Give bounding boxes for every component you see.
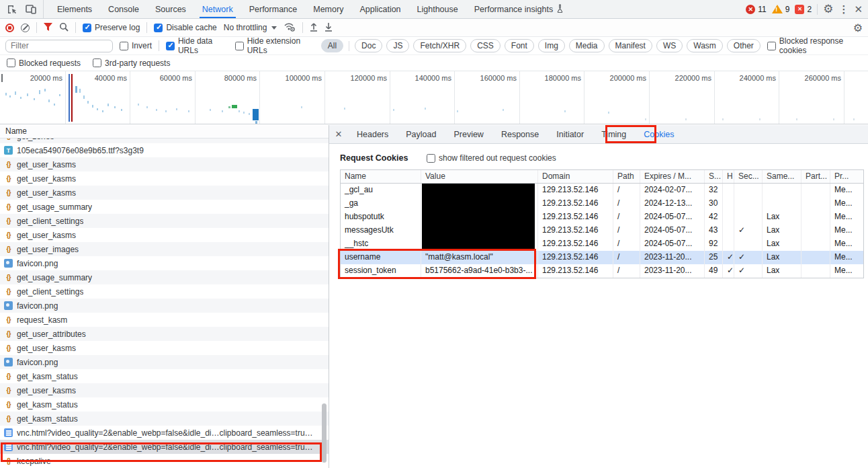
cookie-row-session_token[interactable]: session_tokenb5175662-a9ad-41e0-b3b3-...… xyxy=(341,264,863,278)
filter-pill-ws[interactable]: WS xyxy=(656,39,683,52)
blocked-response-cookies-checkbox[interactable]: Blocked response cookies xyxy=(767,36,863,55)
tab-performance[interactable]: Performance xyxy=(241,0,306,18)
tab-elements[interactable]: Elements xyxy=(49,0,100,18)
disable-cache-checkbox[interactable]: Disable cache xyxy=(154,23,216,32)
detail-tab-headers[interactable]: Headers xyxy=(348,125,397,143)
network-settings-gear-icon[interactable]: ⚙ xyxy=(853,22,863,34)
detail-tab-timing[interactable]: Timing xyxy=(593,125,635,143)
settings-gear-icon[interactable]: ⚙ xyxy=(823,2,833,16)
throttling-dropdown[interactable]: No throttling xyxy=(224,23,277,32)
column-header-partition[interactable]: Part... xyxy=(801,170,830,183)
cookie-row-username[interactable]: username"matt@kasm.local"129.213.52.146/… xyxy=(341,251,863,264)
name-column-header[interactable]: Name xyxy=(0,125,329,139)
request-row[interactable]: {}get_user_images xyxy=(0,242,329,256)
warning-badge[interactable]: 9 xyxy=(772,5,790,14)
error-badge[interactable]: ✕ 11 xyxy=(746,5,766,14)
filter-pill-js[interactable]: JS xyxy=(386,39,409,52)
request-row[interactable]: {}get_usage_summary xyxy=(0,200,329,214)
request-row[interactable]: {}request_kasm xyxy=(0,313,329,327)
column-header-size[interactable]: S... xyxy=(705,170,723,183)
cookie-row-__hstc[interactable]: __hstc129.213.52.146/2024-05-07...92LaxM… xyxy=(341,237,863,251)
detail-tab-preview[interactable]: Preview xyxy=(445,125,492,143)
column-header-value[interactable]: Value xyxy=(421,170,538,183)
detail-tab-response[interactable]: Response xyxy=(492,125,548,143)
device-toolbar-icon[interactable] xyxy=(23,1,39,17)
request-row[interactable]: vnc.html?video_quality=2&enable_webp=fal… xyxy=(0,440,329,454)
detail-tab-cookies[interactable]: Cookies xyxy=(635,125,683,143)
request-row[interactable]: {}get_user_kasms xyxy=(0,186,329,200)
network-conditions-icon[interactable] xyxy=(284,22,296,34)
cookie-row-messagesUtk[interactable]: messagesUtk129.213.52.146/2024-05-07...4… xyxy=(341,224,863,237)
filter-pill-font[interactable]: Font xyxy=(505,39,534,52)
request-list-scrollbar[interactable] xyxy=(322,403,327,463)
filter-pill-img[interactable]: Img xyxy=(538,39,565,52)
record-network-log-button[interactable] xyxy=(5,24,14,32)
blocked-requests-checkbox[interactable]: Blocked requests xyxy=(7,58,81,68)
tab-performance-insights[interactable]: Performance insights xyxy=(466,0,572,18)
tab-network[interactable]: Network xyxy=(194,0,241,18)
request-row[interactable]: {}get_kasm_status xyxy=(0,397,329,412)
request-row[interactable]: {}get_user_attributes xyxy=(0,327,329,341)
request-row[interactable]: {}get_kasm_status xyxy=(0,412,329,426)
cookie-row-hubspotutk[interactable]: hubspotutk129.213.52.146/2024-05-07...42… xyxy=(341,210,863,224)
filter-input[interactable] xyxy=(5,40,113,52)
hide-extension-urls-checkbox[interactable]: Hide extension URLs xyxy=(235,36,314,55)
search-icon[interactable] xyxy=(59,22,69,34)
preserve-log-checkbox[interactable]: Preserve log xyxy=(83,23,140,32)
import-har-icon[interactable] xyxy=(310,22,318,34)
request-row[interactable]: {}keepalive xyxy=(0,454,329,468)
cookie-row-_gcl_au[interactable]: _gcl_au129.213.52.146/2024-02-07...32Me.… xyxy=(341,184,863,197)
tab-sources[interactable]: Sources xyxy=(147,0,194,18)
tab-application[interactable]: Application xyxy=(351,0,408,18)
request-row[interactable]: favicon.png xyxy=(0,299,329,313)
tab-lighthouse[interactable]: Lighthouse xyxy=(409,0,466,18)
request-row[interactable]: {}get_zones xyxy=(0,139,329,143)
filter-pill-fetch-xhr[interactable]: Fetch/XHR xyxy=(413,39,466,52)
filter-pill-css[interactable]: CSS xyxy=(470,39,501,52)
column-header-domain[interactable]: Domain xyxy=(538,170,613,183)
request-row[interactable]: {}get_kasm_status xyxy=(0,369,329,383)
request-row[interactable]: {}get_user_kasms xyxy=(0,228,329,242)
cookie-row-_ga[interactable]: _ga129.213.52.146/2024-12-13...30Me... xyxy=(341,197,863,210)
request-row[interactable]: {}get_client_settings xyxy=(0,214,329,228)
kebab-menu-icon[interactable]: ⋮ xyxy=(838,3,849,15)
column-header-samesite[interactable]: Same... xyxy=(763,170,801,183)
show-filtered-cookies-checkbox[interactable]: show filtered out request cookies xyxy=(427,153,556,163)
third-party-requests-checkbox[interactable]: 3rd-party requests xyxy=(93,58,170,68)
filter-pill-other[interactable]: Other xyxy=(727,39,761,52)
detail-tab-payload[interactable]: Payload xyxy=(397,125,445,143)
column-header-http[interactable]: H xyxy=(723,170,734,183)
filter-pill-manifest[interactable]: Manifest xyxy=(609,39,652,52)
request-row[interactable]: {}get_user_kasms xyxy=(0,171,329,186)
request-row[interactable]: vnc.html?video_quality=2&enable_webp=fal… xyxy=(0,426,329,440)
column-header-secure[interactable]: Sec... xyxy=(734,170,763,183)
filter-pill-media[interactable]: Media xyxy=(569,39,605,52)
request-row[interactable]: {}get_usage_summary xyxy=(0,270,329,284)
request-row[interactable]: T105eca549076e08e9b65.ttf?s3g3t9 xyxy=(0,143,329,157)
request-row[interactable]: favicon.png xyxy=(0,256,329,270)
inspect-element-icon[interactable] xyxy=(4,1,20,17)
filter-funnel-icon[interactable] xyxy=(44,23,52,33)
request-row[interactable]: favicon.png xyxy=(0,355,329,369)
column-header-expires[interactable]: Expires / M... xyxy=(640,170,705,183)
clear-network-log-button[interactable] xyxy=(21,24,30,32)
column-header-name[interactable]: Name xyxy=(341,170,421,183)
filter-pill-doc[interactable]: Doc xyxy=(355,39,382,52)
close-devtools-icon[interactable]: ✕ xyxy=(854,3,863,15)
request-row[interactable]: {}get_client_settings xyxy=(0,284,329,299)
invert-checkbox[interactable]: Invert xyxy=(120,41,152,50)
close-detail-icon[interactable]: ✕ xyxy=(329,125,348,144)
request-row[interactable]: {}get_user_kasms xyxy=(0,157,329,171)
column-header-path[interactable]: Path xyxy=(613,170,640,183)
tab-console[interactable]: Console xyxy=(100,0,147,18)
request-row[interactable]: {}get_user_kasms xyxy=(0,341,329,355)
column-header-priority[interactable]: Pr... xyxy=(830,170,865,183)
export-har-icon[interactable] xyxy=(324,22,333,34)
network-overview-timeline[interactable]: 20000 ms40000 ms60000 ms80000 ms100000 m… xyxy=(0,71,868,124)
detail-tab-initiator[interactable]: Initiator xyxy=(548,125,593,143)
filter-pill-wasm[interactable]: Wasm xyxy=(687,39,723,52)
hide-data-urls-checkbox[interactable]: Hide data URLs xyxy=(166,36,228,55)
request-row[interactable]: {}get_user_kasms xyxy=(0,383,329,397)
tab-memory[interactable]: Memory xyxy=(305,0,351,18)
filter-pill-all[interactable]: All xyxy=(321,39,343,52)
